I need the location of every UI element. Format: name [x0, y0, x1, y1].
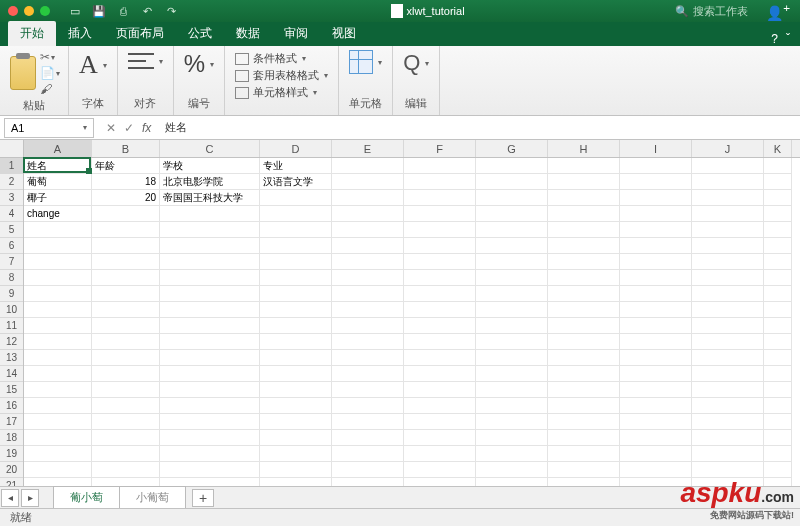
cell[interactable] — [548, 318, 620, 334]
cell[interactable] — [620, 430, 692, 446]
cell[interactable] — [476, 334, 548, 350]
cell[interactable] — [692, 238, 764, 254]
sheet-tab[interactable]: 小葡萄 — [119, 486, 186, 509]
tab-home[interactable]: 开始 — [8, 21, 56, 46]
cell[interactable] — [548, 382, 620, 398]
cell[interactable] — [764, 350, 792, 366]
cell[interactable] — [92, 446, 160, 462]
cell[interactable] — [764, 414, 792, 430]
cell[interactable] — [332, 254, 404, 270]
cell[interactable] — [92, 222, 160, 238]
cell[interactable] — [404, 174, 476, 190]
cell[interactable] — [404, 430, 476, 446]
cell[interactable] — [692, 206, 764, 222]
close-icon[interactable] — [8, 6, 18, 16]
cell[interactable] — [548, 334, 620, 350]
col-header-K[interactable]: K — [764, 140, 792, 157]
cell[interactable] — [620, 238, 692, 254]
cell[interactable] — [692, 286, 764, 302]
cell[interactable]: 汉语言文学 — [260, 174, 332, 190]
collapse-ribbon-icon[interactable]: ˇ — [786, 32, 790, 46]
cell[interactable] — [24, 270, 92, 286]
cell[interactable] — [476, 238, 548, 254]
cell[interactable]: 帝国国王科技大学 — [160, 190, 260, 206]
cell[interactable] — [92, 270, 160, 286]
cell[interactable] — [404, 398, 476, 414]
cell[interactable] — [24, 254, 92, 270]
cell[interactable] — [476, 190, 548, 206]
cell[interactable] — [620, 350, 692, 366]
cell[interactable] — [692, 398, 764, 414]
cell[interactable] — [260, 206, 332, 222]
cell[interactable] — [92, 430, 160, 446]
row-header[interactable]: 2 — [0, 174, 23, 190]
row-header[interactable]: 8 — [0, 270, 23, 286]
cell[interactable] — [160, 206, 260, 222]
cell[interactable] — [332, 318, 404, 334]
cell[interactable] — [620, 206, 692, 222]
cell[interactable] — [92, 462, 160, 478]
col-header-J[interactable]: J — [692, 140, 764, 157]
cells-icon[interactable] — [349, 50, 373, 74]
cell[interactable] — [692, 302, 764, 318]
cell[interactable] — [160, 382, 260, 398]
cell[interactable] — [260, 270, 332, 286]
cell[interactable] — [404, 382, 476, 398]
cell[interactable] — [404, 446, 476, 462]
cell[interactable] — [160, 446, 260, 462]
cell[interactable] — [92, 238, 160, 254]
cell[interactable] — [764, 382, 792, 398]
cell[interactable] — [92, 350, 160, 366]
tab-view[interactable]: 视图 — [320, 21, 368, 46]
cell[interactable] — [476, 318, 548, 334]
cell[interactable] — [620, 286, 692, 302]
cell[interactable] — [692, 158, 764, 174]
cell[interactable] — [764, 254, 792, 270]
cell[interactable] — [620, 398, 692, 414]
cell[interactable] — [404, 190, 476, 206]
fx-icon[interactable]: fx — [142, 121, 151, 135]
cell[interactable] — [260, 462, 332, 478]
cell[interactable]: 专业 — [260, 158, 332, 174]
paste-button[interactable] — [10, 56, 36, 90]
row-header[interactable]: 7 — [0, 254, 23, 270]
cell[interactable] — [692, 382, 764, 398]
col-header-H[interactable]: H — [548, 140, 620, 157]
cell[interactable] — [620, 270, 692, 286]
cell[interactable] — [764, 302, 792, 318]
cell[interactable] — [476, 270, 548, 286]
cell[interactable] — [24, 238, 92, 254]
cell[interactable] — [548, 270, 620, 286]
cell[interactable] — [620, 366, 692, 382]
cell[interactable] — [404, 286, 476, 302]
cell[interactable] — [764, 238, 792, 254]
cell[interactable] — [548, 350, 620, 366]
cell[interactable] — [332, 270, 404, 286]
cell[interactable] — [548, 414, 620, 430]
cell[interactable] — [160, 238, 260, 254]
tab-insert[interactable]: 插入 — [56, 21, 104, 46]
cell[interactable] — [92, 398, 160, 414]
col-header-C[interactable]: C — [160, 140, 260, 157]
formula-input[interactable] — [159, 122, 800, 134]
cell[interactable] — [404, 334, 476, 350]
cell[interactable] — [260, 238, 332, 254]
cell[interactable] — [764, 174, 792, 190]
cell[interactable] — [692, 366, 764, 382]
cell[interactable] — [764, 190, 792, 206]
cell[interactable] — [620, 174, 692, 190]
cell[interactable] — [260, 382, 332, 398]
row-header[interactable]: 14 — [0, 366, 23, 382]
cell[interactable] — [24, 302, 92, 318]
cell[interactable] — [692, 462, 764, 478]
cell[interactable]: 学校 — [160, 158, 260, 174]
cell[interactable] — [24, 286, 92, 302]
cell[interactable] — [332, 366, 404, 382]
cell[interactable] — [332, 174, 404, 190]
row-header[interactable]: 18 — [0, 430, 23, 446]
user-icon[interactable]: 👤+ — [756, 1, 800, 21]
table-format-button[interactable]: 套用表格格式▾ — [235, 67, 328, 84]
cell[interactable] — [160, 222, 260, 238]
cell[interactable] — [24, 414, 92, 430]
cell[interactable]: 年龄 — [92, 158, 160, 174]
